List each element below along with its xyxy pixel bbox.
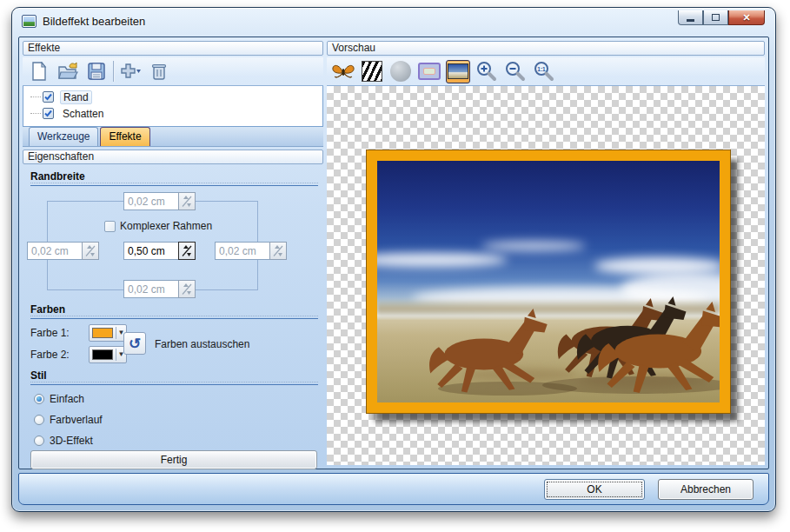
add-effect-button[interactable]	[118, 60, 143, 83]
border-right-spinner[interactable]	[215, 242, 288, 260]
dialog-window: Bildeffekt bearbeiten ✕ Effekte	[11, 7, 776, 512]
stil-option-3d-effekt[interactable]: 3D-Effekt	[34, 435, 93, 447]
effect-row-rand[interactable]: Rand	[30, 89, 322, 105]
sphere-preview-button[interactable]	[388, 60, 413, 83]
app-icon	[22, 15, 37, 28]
swap-colors-button[interactable]: ↺	[123, 332, 146, 355]
radio-icon[interactable]	[34, 415, 44, 425]
spinner-up-down-icon[interactable]	[269, 242, 287, 260]
zebra-pattern-button[interactable]	[360, 60, 384, 83]
horses-image	[377, 161, 720, 402]
radio-selected-icon[interactable]	[34, 394, 44, 404]
komplexer-rahmen-label: Komplexer Rahmen	[120, 220, 212, 232]
border-top-input[interactable]	[123, 192, 179, 210]
border-left-input[interactable]	[27, 242, 83, 260]
plus-icon	[119, 62, 142, 81]
swap-colors-label: Farben austauschen	[155, 338, 249, 350]
einfach-label: Einfach	[50, 393, 84, 405]
farbe2-label: Farbe 2:	[30, 349, 70, 361]
preview-toolbar: 1:1	[327, 57, 765, 86]
border-right-input[interactable]	[215, 242, 270, 260]
effect-row-schatten[interactable]: Schatten	[30, 105, 322, 122]
border-bottom-input[interactable]	[123, 280, 179, 298]
window-title: Bildeffekt bearbeiten	[43, 15, 145, 28]
border-bottom-spinner[interactable]	[123, 280, 196, 298]
close-button[interactable]: ✕	[728, 10, 765, 25]
cancel-button[interactable]: Abbrechen	[658, 479, 753, 500]
butterfly-pattern-button[interactable]	[331, 60, 355, 83]
border-left-spinner[interactable]	[27, 242, 100, 260]
stil-option-einfach[interactable]: Einfach	[34, 393, 84, 405]
farbe1-swatch	[92, 328, 113, 338]
preview-column: Vorschau	[327, 41, 765, 465]
open-file-icon	[57, 62, 78, 81]
preview-canvas[interactable]	[327, 86, 765, 465]
new-file-icon	[30, 62, 48, 81]
stil-title: Stil	[30, 369, 47, 382]
tab-strip: Werkzeuge Effekte	[23, 127, 323, 147]
border-top-spinner[interactable]	[123, 192, 196, 210]
preview-image-frame	[367, 150, 730, 413]
tree-line	[30, 96, 41, 97]
stil-option-farbverlauf[interactable]: Farbverlauf	[34, 414, 103, 426]
effect-label-schatten[interactable]: Schatten	[60, 108, 106, 120]
title-bar[interactable]: Bildeffekt bearbeiten ✕	[12, 8, 775, 34]
tree-line	[30, 113, 41, 114]
zoom-out-button[interactable]	[503, 60, 528, 83]
tab-werkzeuge[interactable]: Werkzeuge	[29, 127, 98, 146]
effects-panel-header: Effekte	[23, 41, 323, 56]
properties-panel-header: Eigenschaften	[23, 150, 323, 164]
border-center-input[interactable]	[123, 242, 179, 260]
komplexer-rahmen-checkbox[interactable]	[104, 221, 116, 232]
minimize-button[interactable]	[678, 10, 703, 25]
zoom-one-to-one-icon: 1:1	[533, 60, 555, 83]
dialog-content: Effekte	[18, 37, 769, 469]
schatten-checkbox[interactable]	[43, 108, 54, 119]
delete-effect-button[interactable]	[147, 60, 171, 83]
image-preview-button[interactable]	[446, 60, 470, 83]
properties-panel: Eigenschaften Randbreite Komplexer Rahme…	[23, 150, 323, 465]
image-preview-icon	[448, 63, 468, 79]
maximize-button[interactable]	[703, 10, 728, 25]
effects-toolbar	[23, 57, 323, 86]
check-icon	[43, 109, 53, 118]
zoom-actual-size-button[interactable]: 1:1	[532, 60, 556, 83]
radio-icon[interactable]	[34, 436, 44, 446]
farbe1-dropdown[interactable]: ▼	[89, 324, 127, 342]
ok-button[interactable]: OK	[544, 479, 645, 500]
farben-rule	[30, 316, 318, 319]
open-file-button[interactable]	[56, 60, 80, 83]
zoom-out-icon	[504, 60, 527, 83]
farbe1-label: Farbe 1:	[30, 327, 70, 339]
new-file-button[interactable]	[27, 60, 51, 83]
spinner-up-down-icon[interactable]	[178, 242, 196, 260]
tab-effekte[interactable]: Effekte	[100, 127, 149, 146]
maximize-icon	[712, 14, 720, 21]
farbverlauf-label: Farbverlauf	[50, 414, 103, 426]
farben-title: Farben	[30, 303, 65, 316]
zebra-icon	[362, 61, 382, 82]
effects-column: Effekte	[23, 41, 323, 465]
spinner-up-down-icon[interactable]	[82, 242, 99, 260]
zoom-in-button[interactable]	[475, 60, 499, 83]
farbe2-dropdown[interactable]: ▼	[89, 346, 127, 363]
butterfly-icon	[332, 63, 355, 80]
fertig-button[interactable]: Fertig	[30, 450, 317, 469]
dialog-footer: OK Abbrechen	[18, 473, 769, 505]
3d-effekt-label: 3D-Effekt	[50, 435, 93, 447]
rand-checkbox[interactable]	[43, 91, 54, 103]
save-file-button[interactable]	[84, 60, 109, 83]
frame-preview-button[interactable]	[417, 60, 441, 83]
save-icon	[87, 62, 106, 81]
spinner-up-down-icon[interactable]	[178, 192, 196, 210]
check-icon	[43, 92, 53, 102]
spinner-up-down-icon[interactable]	[178, 280, 196, 298]
border-center-spinner[interactable]	[123, 242, 196, 260]
effect-label-rand[interactable]: Rand	[60, 90, 92, 104]
minimize-icon	[687, 19, 694, 22]
randbreite-rule	[30, 183, 318, 186]
sphere-icon	[390, 61, 411, 82]
complex-frame-row[interactable]: Komplexer Rahmen	[104, 220, 212, 232]
zoom-in-icon	[475, 60, 498, 83]
close-icon: ✕	[742, 12, 750, 23]
